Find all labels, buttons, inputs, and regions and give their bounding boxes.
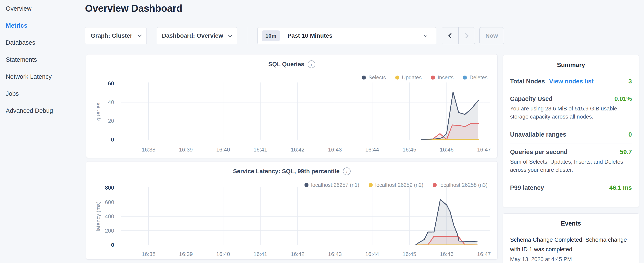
divider <box>510 143 632 143</box>
graph-scope-dropdown[interactable]: Graph: Cluster <box>85 27 147 44</box>
sidebar-item-metrics[interactable]: Metrics <box>6 17 82 34</box>
chevron-right-icon <box>463 33 468 38</box>
service-latency-plot[interactable]: 16:3816:3916:4016:4116:4216:4316:4416:45… <box>86 161 497 259</box>
summary-value: 59.7 <box>620 149 632 156</box>
svg-text:200: 200 <box>105 228 114 234</box>
sql-queries-chart-card: SQL Queries i SelectsUpdatesInsertsDelet… <box>86 54 498 158</box>
svg-text:16:42: 16:42 <box>291 251 304 257</box>
chart-title: SQL Queries <box>268 61 304 68</box>
legend-dot-icon <box>463 76 467 80</box>
event-message: Schema Change Completed: Schema change w… <box>510 235 632 254</box>
time-forward-button[interactable] <box>458 28 475 44</box>
legend-label: Selects <box>368 75 386 81</box>
svg-text:16:47: 16:47 <box>477 251 491 257</box>
legend-label: Inserts <box>438 75 454 81</box>
summary-value: 3 <box>628 78 632 85</box>
sidebar-nav: Overview Metrics Databases Statements Ne… <box>6 0 82 119</box>
svg-text:16:40: 16:40 <box>216 147 230 153</box>
legend-label: localhost:26259 (n2) <box>375 182 424 188</box>
svg-text:16:38: 16:38 <box>142 147 156 153</box>
svg-text:16:41: 16:41 <box>254 251 267 257</box>
legend-label: Updates <box>402 75 422 81</box>
summary-row-qps: Queries per second 59.7 <box>510 149 632 156</box>
svg-text:0: 0 <box>111 242 114 248</box>
svg-text:16:39: 16:39 <box>179 147 193 153</box>
svg-text:16:45: 16:45 <box>402 147 416 153</box>
svg-text:600: 600 <box>105 199 114 205</box>
legend-dot-icon <box>304 183 308 187</box>
svg-text:16:40: 16:40 <box>216 251 230 257</box>
event-timestamp: May 13, 2020 at 4:45 PM <box>510 256 632 262</box>
info-icon[interactable]: i <box>308 60 315 68</box>
app: Overview Metrics Databases Statements Ne… <box>0 0 644 263</box>
svg-text:16:44: 16:44 <box>365 251 379 257</box>
svg-text:16:46: 16:46 <box>440 147 454 153</box>
svg-text:16:42: 16:42 <box>291 147 305 153</box>
chevron-left-icon <box>448 33 454 38</box>
time-back-button[interactable] <box>442 28 458 44</box>
time-range-dropdown[interactable]: 10m Past 10 Minutes <box>258 27 436 44</box>
summary-value: 46.1 ms <box>609 184 632 191</box>
summary-panel: Summary Total Nodes View nodes list 3 Ca… <box>503 55 639 207</box>
legend-label: localhost:26258 (n3) <box>439 182 488 188</box>
summary-description: Sum of Selects, Updates, Inserts, and De… <box>510 158 632 174</box>
summary-label: P99 latency <box>510 184 544 191</box>
divider <box>510 90 632 90</box>
svg-text:16:47: 16:47 <box>477 147 491 153</box>
legend-dot-icon <box>369 183 373 187</box>
events-title: Events <box>510 220 632 227</box>
legend-dot-icon <box>362 76 366 80</box>
chart-legend: localhost:26257 (n1)localhost:26259 (n2)… <box>304 182 488 188</box>
sql-queries-plot[interactable]: 16:3816:3916:4016:4116:4216:4316:4416:45… <box>86 55 497 158</box>
sidebar-item-statements[interactable]: Statements <box>6 51 82 68</box>
legend-dot-icon <box>433 183 437 187</box>
summary-label: Unavailable ranges <box>510 131 566 138</box>
legend-item: Selects <box>362 75 386 81</box>
sidebar-item-network-latency[interactable]: Network Latency <box>6 68 82 85</box>
now-button[interactable]: Now <box>480 27 504 44</box>
time-range-badge: 10m <box>262 31 280 41</box>
svg-text:800: 800 <box>105 185 114 191</box>
legend-dot-icon <box>395 76 399 80</box>
svg-text:16:46: 16:46 <box>440 251 454 257</box>
chart-title: Service Latency: SQL, 99th percentile <box>233 168 340 175</box>
event-list-item[interactable]: Schema Change Completed: Schema change w… <box>510 235 632 262</box>
svg-text:16:41: 16:41 <box>254 147 267 153</box>
summary-label: Total Nodes <box>510 78 545 85</box>
view-nodes-list-link[interactable]: View nodes list <box>549 78 594 85</box>
summary-value: 0 <box>628 131 632 138</box>
summary-row-unavailable-ranges: Unavailable ranges 0 <box>510 131 632 138</box>
summary-title: Summary <box>510 62 632 69</box>
legend-item: Updates <box>395 75 422 81</box>
time-pager <box>442 27 475 44</box>
dashboard-dropdown[interactable]: Dashboard: Overview <box>157 27 237 44</box>
chevron-down-icon <box>137 33 142 37</box>
summary-value: 0.01% <box>614 95 632 102</box>
summary-label: Capacity Used <box>510 95 552 102</box>
legend-item: localhost:26259 (n2) <box>369 182 424 188</box>
svg-text:16:38: 16:38 <box>142 251 156 257</box>
svg-text:16:43: 16:43 <box>328 251 342 257</box>
info-icon[interactable]: i <box>343 167 350 175</box>
sidebar-item-overview[interactable]: Overview <box>6 0 82 17</box>
sidebar-item-databases[interactable]: Databases <box>6 34 82 51</box>
svg-text:16:44: 16:44 <box>365 147 379 153</box>
summary-row-total-nodes: Total Nodes View nodes list 3 <box>510 78 632 85</box>
service-latency-chart-card: Service Latency: SQL, 99th percentile i … <box>86 161 498 259</box>
legend-item: Deletes <box>463 75 488 81</box>
sidebar-item-jobs[interactable]: Jobs <box>6 85 82 102</box>
svg-text:20: 20 <box>108 118 114 124</box>
svg-text:40: 40 <box>108 99 114 105</box>
summary-label: Queries per second <box>510 149 568 156</box>
summary-row-capacity: Capacity Used 0.01% <box>510 95 632 102</box>
dashboard-label: Dashboard: Overview <box>162 32 223 39</box>
chevron-down-icon <box>228 33 232 37</box>
summary-row-p99-latency: P99 latency 46.1 ms <box>510 184 632 191</box>
chart-legend: SelectsUpdatesInsertsDeletes <box>362 75 488 81</box>
sidebar-item-advanced-debug[interactable]: Advanced Debug <box>6 102 82 119</box>
svg-text:16:45: 16:45 <box>402 251 416 257</box>
legend-label: Deletes <box>470 75 488 81</box>
legend-dot-icon <box>431 76 435 80</box>
svg-text:0: 0 <box>111 137 114 143</box>
svg-text:60: 60 <box>108 80 114 86</box>
